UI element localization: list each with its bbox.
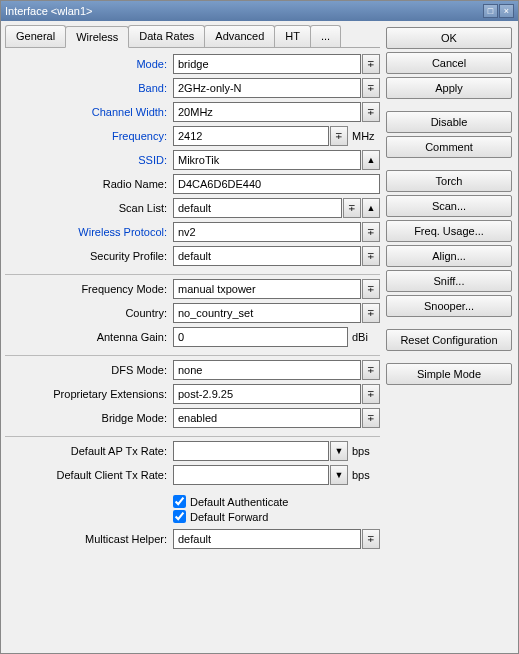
default-ap-tx-input[interactable] (173, 441, 329, 461)
default-ap-tx-unit: bps (352, 445, 380, 457)
channel-width-input[interactable] (173, 102, 361, 122)
antenna-gain-unit: dBi (352, 331, 380, 343)
mode-label: Mode: (5, 58, 173, 70)
frequency-dropdown-icon[interactable]: ∓ (330, 126, 348, 146)
tab-wireless[interactable]: Wireless (65, 26, 129, 48)
frequency-mode-input[interactable] (173, 279, 361, 299)
proprietary-ext-input[interactable] (173, 384, 361, 404)
wireless-protocol-dropdown-icon[interactable]: ∓ (362, 222, 380, 242)
bridge-mode-input[interactable] (173, 408, 361, 428)
wireless-protocol-input[interactable] (173, 222, 361, 242)
default-client-tx-expand-icon[interactable]: ▼ (330, 465, 348, 485)
mode-dropdown-icon[interactable]: ∓ (362, 54, 380, 74)
tab-more[interactable]: ... (310, 25, 341, 47)
sniff-button[interactable]: Sniff... (386, 270, 512, 292)
apply-button[interactable]: Apply (386, 77, 512, 99)
dfs-mode-dropdown-icon[interactable]: ∓ (362, 360, 380, 380)
multicast-helper-input[interactable] (173, 529, 361, 549)
disable-button[interactable]: Disable (386, 111, 512, 133)
separator (5, 436, 380, 437)
channel-width-dropdown-icon[interactable]: ∓ (362, 102, 380, 122)
ssid-input[interactable] (173, 150, 361, 170)
band-input[interactable] (173, 78, 361, 98)
antenna-gain-input[interactable] (173, 327, 348, 347)
band-dropdown-icon[interactable]: ∓ (362, 78, 380, 98)
security-profile-input[interactable] (173, 246, 361, 266)
reset-configuration-button[interactable]: Reset Configuration (386, 329, 512, 351)
country-label: Country: (5, 307, 173, 319)
default-authenticate-label: Default Authenticate (190, 496, 288, 508)
mode-input[interactable] (173, 54, 361, 74)
scan-list-collapse-icon[interactable]: ▲ (362, 198, 380, 218)
default-authenticate-checkbox[interactable] (173, 495, 186, 508)
default-ap-tx-label: Default AP Tx Rate: (5, 445, 173, 457)
multicast-helper-dropdown-icon[interactable]: ∓ (362, 529, 380, 549)
radio-name-input[interactable] (173, 174, 380, 194)
multicast-helper-label: Multicast Helper: (5, 533, 173, 545)
cancel-button[interactable]: Cancel (386, 52, 512, 74)
ssid-label: SSID: (5, 154, 173, 166)
interface-window: Interface <wlan1> □ × General Wireless D… (0, 0, 519, 654)
comment-button[interactable]: Comment (386, 136, 512, 158)
dfs-mode-input[interactable] (173, 360, 361, 380)
tab-advanced[interactable]: Advanced (204, 25, 275, 47)
torch-button[interactable]: Torch (386, 170, 512, 192)
snooper-button[interactable]: Snooper... (386, 295, 512, 317)
window-title: Interface <wlan1> (5, 5, 482, 17)
tab-general[interactable]: General (5, 25, 66, 47)
scan-list-input[interactable] (173, 198, 342, 218)
frequency-label: Frequency: (5, 130, 173, 142)
ok-button[interactable]: OK (386, 27, 512, 49)
bridge-mode-label: Bridge Mode: (5, 412, 173, 424)
default-forward-checkbox[interactable] (173, 510, 186, 523)
proprietary-ext-dropdown-icon[interactable]: ∓ (362, 384, 380, 404)
tab-bar: General Wireless Data Rates Advanced HT … (5, 25, 380, 48)
ssid-collapse-icon[interactable]: ▲ (362, 150, 380, 170)
default-ap-tx-expand-icon[interactable]: ▼ (330, 441, 348, 461)
proprietary-ext-label: Proprietary Extensions: (5, 388, 173, 400)
scan-button[interactable]: Scan... (386, 195, 512, 217)
simple-mode-button[interactable]: Simple Mode (386, 363, 512, 385)
country-input[interactable] (173, 303, 361, 323)
scan-list-dropdown-icon[interactable]: ∓ (343, 198, 361, 218)
default-client-tx-label: Default Client Tx Rate: (5, 469, 173, 481)
side-panel: OK Cancel Apply Disable Comment Torch Sc… (384, 21, 518, 653)
main-panel: General Wireless Data Rates Advanced HT … (1, 21, 384, 653)
default-client-tx-input[interactable] (173, 465, 329, 485)
close-button[interactable]: × (499, 4, 514, 18)
scan-list-label: Scan List: (5, 202, 173, 214)
frequency-mode-label: Frequency Mode: (5, 283, 173, 295)
freq-usage-button[interactable]: Freq. Usage... (386, 220, 512, 242)
separator (5, 355, 380, 356)
bridge-mode-dropdown-icon[interactable]: ∓ (362, 408, 380, 428)
channel-width-label: Channel Width: (5, 106, 173, 118)
country-dropdown-icon[interactable]: ∓ (362, 303, 380, 323)
default-client-tx-unit: bps (352, 469, 380, 481)
band-label: Band: (5, 82, 173, 94)
frequency-unit: MHz (352, 130, 380, 142)
separator (5, 274, 380, 275)
content-area: General Wireless Data Rates Advanced HT … (1, 21, 518, 653)
align-button[interactable]: Align... (386, 245, 512, 267)
antenna-gain-label: Antenna Gain: (5, 331, 173, 343)
security-profile-label: Security Profile: (5, 250, 173, 262)
wireless-protocol-label: Wireless Protocol: (5, 226, 173, 238)
security-profile-dropdown-icon[interactable]: ∓ (362, 246, 380, 266)
minimize-button[interactable]: □ (483, 4, 498, 18)
frequency-input[interactable] (173, 126, 329, 146)
frequency-mode-dropdown-icon[interactable]: ∓ (362, 279, 380, 299)
tab-data-rates[interactable]: Data Rates (128, 25, 205, 47)
titlebar: Interface <wlan1> □ × (1, 1, 518, 21)
radio-name-label: Radio Name: (5, 178, 173, 190)
dfs-mode-label: DFS Mode: (5, 364, 173, 376)
default-forward-label: Default Forward (190, 511, 268, 523)
tab-ht[interactable]: HT (274, 25, 311, 47)
